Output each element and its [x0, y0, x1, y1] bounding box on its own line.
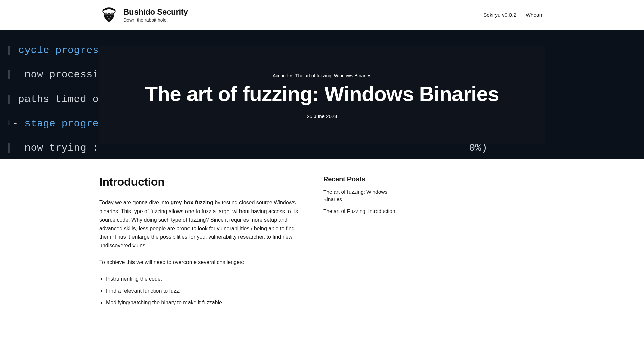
recent-post-link[interactable]: The art of fuzzing: Windows Binaries — [323, 188, 397, 203]
section-heading-introduction: Introduction — [99, 175, 304, 188]
samurai-logo-icon — [99, 5, 119, 25]
nav-link-sekiryu[interactable]: Sekiryu v0.0.2 — [483, 12, 516, 18]
sidebar: Recent Posts The art of fuzzing: Windows… — [323, 175, 397, 310]
svg-rect-0 — [107, 16, 108, 17]
breadcrumb-current: The art of fuzzing: Windows Binaries — [295, 73, 371, 78]
hero-banner: | cycle progress ----------------------+… — [0, 30, 644, 159]
sidebar-heading-recent-posts: Recent Posts — [323, 175, 397, 183]
site-title: Bushido Security — [123, 7, 188, 17]
list-item: Instrumenting the code. — [106, 275, 304, 283]
svg-rect-1 — [110, 16, 112, 17]
intro-paragraph-2: To achieve this we will need to overcome… — [99, 258, 304, 267]
list-item: Modifying/patching the binary to make it… — [106, 298, 304, 307]
site-header: Bushido Security Down the rabbit hole. S… — [0, 0, 644, 30]
list-item: Find a relevant function to fuzz. — [106, 287, 304, 295]
main-area: Introduction Today we are gonna dive int… — [0, 159, 644, 310]
recent-post-link[interactable]: The art of Fuzzing: Introduction. — [323, 207, 397, 215]
breadcrumb-sep: » — [290, 73, 293, 78]
breadcrumb-home[interactable]: Accueil — [273, 73, 288, 78]
breadcrumb: Accueil » The art of fuzzing: Windows Bi… — [273, 73, 371, 78]
site-tagline: Down the rabbit hole. — [123, 17, 188, 23]
post-date: 25 June 2023 — [307, 113, 337, 119]
nav-link-whoami[interactable]: Whoami — [526, 12, 545, 18]
page-title: The art of fuzzing: Windows Binaries — [145, 83, 499, 105]
brand-text: Bushido Security Down the rabbit hole. — [123, 7, 188, 23]
intro-paragraph-1: Today we are gonna dive into grey-box fu… — [99, 198, 304, 250]
brand[interactable]: Bushido Security Down the rabbit hole. — [99, 5, 188, 25]
article-body: Introduction Today we are gonna dive int… — [99, 175, 304, 310]
bold-grey-box-fuzzing: grey-box fuzzing — [171, 200, 213, 205]
primary-nav: Sekiryu v0.0.2 Whoami — [483, 12, 545, 18]
challenges-list: Instrumenting the code. Find a relevant … — [99, 275, 304, 307]
hero-card: Accueil » The art of fuzzing: Windows Bi… — [99, 46, 545, 144]
